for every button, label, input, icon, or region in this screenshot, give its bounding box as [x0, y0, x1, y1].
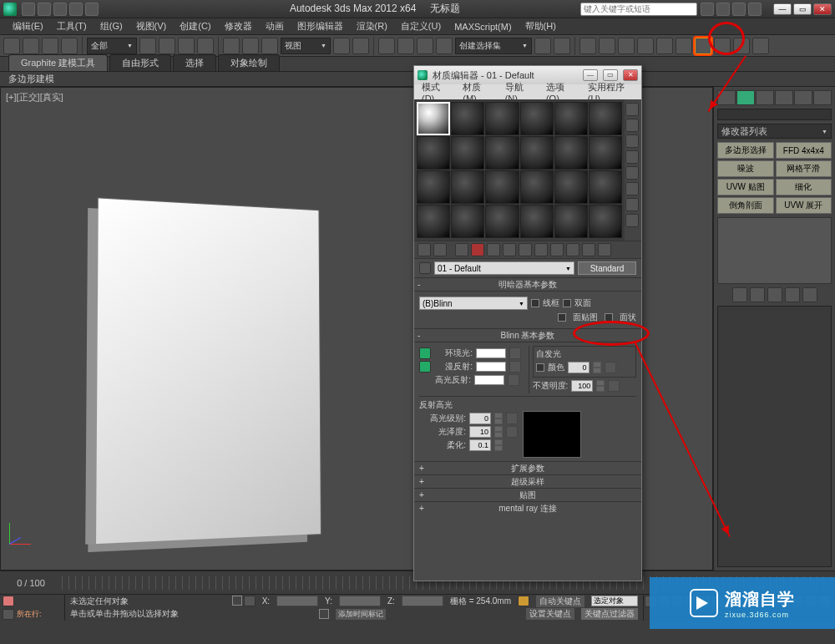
spinner-buttons[interactable]	[494, 426, 503, 438]
sample-slot[interactable]	[451, 136, 484, 170]
tab-freeform[interactable]: 自由形式	[109, 54, 171, 71]
make-unique-mat-icon[interactable]	[503, 243, 516, 256]
opacity-map-button[interactable]	[608, 380, 620, 392]
listener-icon[interactable]	[3, 609, 14, 620]
window-minimize-button[interactable]: —	[773, 3, 792, 15]
selection-filter-dropdown[interactable]: 全部▼	[87, 38, 137, 54]
material-type-button[interactable]: Standard	[578, 261, 636, 275]
spinner-buttons[interactable]	[593, 362, 601, 373]
get-material-icon[interactable]	[418, 243, 431, 256]
region-rect-icon[interactable]	[178, 38, 195, 54]
sample-slot[interactable]	[485, 136, 519, 170]
material-editor-icon[interactable]	[637, 38, 654, 54]
coord-z-input[interactable]	[402, 596, 443, 606]
lock-icon[interactable]	[232, 596, 242, 606]
rollout-header[interactable]: -明暗器基本参数	[414, 278, 641, 292]
named-selection-dropdown[interactable]: 创建选择集▼	[455, 38, 532, 54]
twosided-checkbox[interactable]	[563, 299, 571, 307]
layers-icon[interactable]	[579, 38, 596, 54]
me-close-button[interactable]: ✕	[623, 69, 638, 81]
window-crossing-icon[interactable]	[197, 38, 214, 54]
menu-tools[interactable]: 工具(T)	[51, 18, 93, 34]
isolate-icon[interactable]	[244, 596, 256, 606]
sample-slot-1[interactable]	[417, 102, 450, 135]
create-tab-icon[interactable]	[717, 90, 736, 105]
selfillum-color-checkbox[interactable]	[536, 363, 544, 372]
percent-snap-icon[interactable]	[417, 38, 433, 54]
opacity-spinner[interactable]: 100	[571, 380, 593, 392]
selfillum-spinner[interactable]: 0	[568, 362, 590, 373]
sample-slot[interactable]	[554, 205, 588, 238]
qat-redo-icon[interactable]	[85, 3, 99, 16]
select-name-icon[interactable]	[159, 38, 175, 54]
angle-snap-icon[interactable]	[397, 38, 414, 54]
tab-selection[interactable]: 选择	[173, 54, 216, 71]
manipulate-icon[interactable]	[352, 38, 369, 54]
menu-customize[interactable]: 自定义(U)	[395, 18, 447, 34]
search-icon[interactable]	[701, 3, 714, 16]
sample-slot[interactable]	[451, 205, 484, 238]
sample-slot[interactable]	[520, 136, 554, 170]
reset-map-icon[interactable]	[471, 243, 484, 256]
ribbon-sub-label[interactable]: 多边形建模	[8, 73, 54, 85]
help-icon[interactable]	[748, 3, 762, 16]
curve-editor-icon[interactable]	[599, 38, 615, 54]
rollout-supersampling[interactable]: +超级采样	[414, 474, 641, 488]
faceted-checkbox[interactable]	[605, 313, 613, 322]
sample-slot[interactable]	[485, 102, 519, 135]
select-icon[interactable]	[139, 38, 156, 54]
sample-slot[interactable]	[554, 102, 588, 135]
sample-slot[interactable]	[417, 205, 450, 238]
sample-slot[interactable]	[589, 170, 622, 204]
material-editor-window[interactable]: 材质编辑器 - 01 - Default — ▭ ✕ 模式(D) 材质(M) 导…	[413, 65, 642, 581]
soften-spinner[interactable]: 0.1	[469, 439, 491, 451]
speclevel-map-button[interactable]	[506, 413, 518, 424]
window-close-button[interactable]: ✕	[813, 3, 832, 15]
gloss-map-button[interactable]	[506, 426, 518, 438]
modifier-stack[interactable]	[717, 217, 832, 284]
slots-layout-icon[interactable]	[625, 214, 639, 227]
teapot2-icon[interactable]	[752, 38, 769, 54]
sample-slot[interactable]	[520, 170, 554, 204]
unlink-icon[interactable]	[61, 38, 78, 54]
go-parent-icon[interactable]	[582, 243, 595, 256]
sample-slot[interactable]	[485, 170, 519, 204]
go-sibling-icon[interactable]	[598, 243, 611, 256]
speclevel-spinner[interactable]: 0	[469, 413, 491, 424]
rollout-extended[interactable]: +扩展参数	[414, 461, 641, 474]
move-icon[interactable]	[223, 38, 240, 54]
viewport-label[interactable]: [+][正交][真实]	[6, 91, 63, 104]
specular-map-button[interactable]	[508, 374, 519, 386]
mod-btn-polyselect[interactable]: 多边形选择	[717, 142, 774, 159]
lock-ambient-icon[interactable]	[419, 347, 431, 359]
pin-stack-icon[interactable]	[732, 287, 747, 302]
material-name-input[interactable]: 01 - Default▼	[434, 261, 574, 275]
mod-btn-tessellate[interactable]: 细化	[776, 179, 832, 195]
options-icon[interactable]	[625, 166, 639, 180]
sample-type-icon[interactable]	[625, 103, 639, 116]
facemap-checkbox[interactable]	[558, 313, 566, 322]
pivot-icon[interactable]	[333, 38, 350, 54]
menu-view[interactable]: 视图(V)	[130, 18, 173, 34]
mod-btn-ffd[interactable]: FFD 4x4x4	[776, 142, 832, 159]
autokey-button[interactable]: 自动关键点	[536, 596, 584, 607]
rollout-maps[interactable]: +贴图	[414, 488, 641, 501]
remove-mod-icon[interactable]	[785, 287, 800, 302]
show-endresult-icon[interactable]	[750, 287, 765, 302]
ambient-map-button[interactable]	[509, 347, 521, 359]
spinner-snap-icon[interactable]	[436, 38, 453, 54]
qat-new-icon[interactable]	[22, 3, 35, 16]
key-icon[interactable]	[518, 596, 529, 606]
sample-slot[interactable]	[417, 170, 450, 204]
setkey-button[interactable]: 设置关键点	[526, 608, 574, 620]
material-map-nav-icon[interactable]	[625, 182, 639, 195]
mirror-icon[interactable]	[534, 38, 551, 54]
diffuse-map-button[interactable]	[509, 361, 521, 373]
tab-graphite[interactable]: Graphite 建模工具	[8, 54, 108, 71]
shader-dropdown[interactable]: (B)Blinn▼	[419, 297, 528, 310]
sample-slot[interactable]	[520, 102, 554, 135]
sample-slot[interactable]	[451, 102, 484, 135]
favorite-icon[interactable]	[716, 3, 730, 16]
mod-btn-bevel[interactable]: 倒角剖面	[717, 197, 774, 214]
hierarchy-tab-icon[interactable]	[756, 90, 774, 105]
